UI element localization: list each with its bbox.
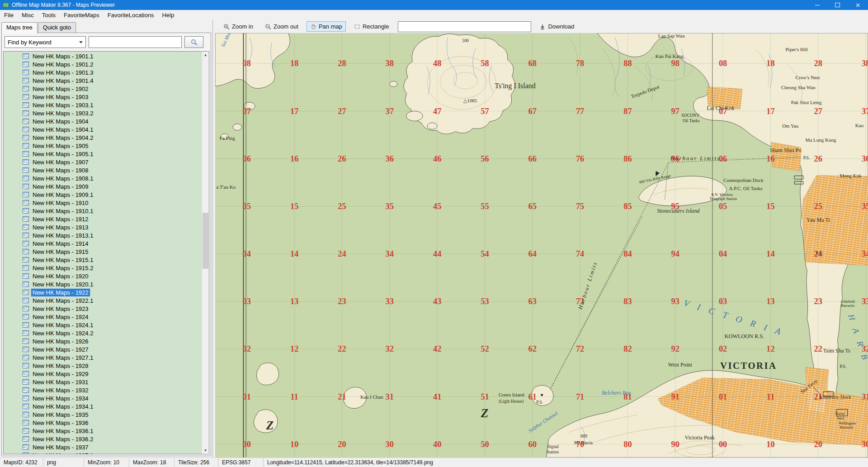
tree-item[interactable]: New HK Maps - 1936.1 [4,427,202,435]
menu-item-favoritelocations[interactable]: FavoriteLocations [104,11,158,19]
tree-item-label: New HK Maps - 1929 [31,370,90,378]
tree-item[interactable]: New HK Maps - 1914 [4,239,202,248]
tree-item-label: New HK Maps - 1937.1 [31,452,94,454]
tree-item[interactable]: New HK Maps - 1903 [4,93,202,101]
tab-quick-goto[interactable]: Quick goto [38,22,76,33]
tree-item[interactable]: New HK Maps - 1936.2 [4,435,202,443]
maximize-button[interactable] [827,0,848,10]
map-layer-icon [23,420,29,425]
tree-item[interactable]: New HK Maps - 1922 [4,288,202,296]
map-layer-icon [23,355,29,360]
svg-text:63: 63 [528,297,537,306]
map-layer-icon [23,233,29,238]
tree-item[interactable]: New HK Maps - 1901.2 [4,60,202,68]
scroll-up-icon[interactable]: ▲ [202,52,209,58]
tree-item[interactable]: New HK Maps - 1937.1 [4,451,202,454]
tree-item[interactable]: New HK Maps - 1924.2 [4,329,202,337]
tree-item[interactable]: New HK Maps - 1910.1 [4,207,202,215]
scroll-down-icon[interactable]: ▼ [202,447,209,454]
tree-item[interactable]: New HK Maps - 1935 [4,410,202,419]
tree-item[interactable]: New HK Maps - 1908 [4,166,202,174]
svg-text:Yau Ma Ti: Yau Ma Ti [807,217,830,223]
tree-item[interactable]: New HK Maps - 1909.1 [4,191,202,199]
tree-item[interactable]: New HK Maps - 1902 [4,85,202,93]
tree-item[interactable]: New HK Maps - 1927 [4,345,202,353]
find-mode-combobox[interactable]: Find by Keyword [5,36,86,48]
tree-item[interactable]: New HK Maps - 1908.1 [4,174,202,182]
zoom-in-button[interactable]: Zoom in [220,21,257,32]
tree-item[interactable]: New HK Maps - 1932 [4,386,202,394]
tree-item[interactable]: New HK Maps - 1920 [4,272,202,280]
combo-dropdown-button[interactable] [76,37,85,48]
tree-item-label: New HK Maps - 1924.1 [31,321,94,329]
tree-item-label: New HK Maps - 1927.1 [31,354,94,362]
tree-item[interactable]: New HK Maps - 1907 [4,158,202,166]
tree-item[interactable]: New HK Maps - 1937 [4,443,202,451]
tree-item[interactable]: New HK Maps - 1915.2 [4,264,202,272]
tree-item[interactable]: New HK Maps - 1927.1 [4,353,202,362]
close-button[interactable]: × [848,0,868,10]
menu-item-tools[interactable]: Tools [38,11,60,19]
goto-coordinates-input[interactable] [398,21,531,32]
tree-item[interactable]: New HK Maps - 1929 [4,370,202,378]
tree-item[interactable]: New HK Maps - 1904 [4,117,202,125]
tree-item[interactable]: New HK Maps - 1936 [4,419,202,427]
tree-item[interactable]: New HK Maps - 1912 [4,215,202,223]
svg-text:08: 08 [719,59,727,68]
svg-text:23: 23 [338,297,346,306]
tree-item[interactable]: New HK Maps - 1920.1 [4,280,202,288]
tree-scrollbar[interactable]: ▲ ▼ [202,52,209,454]
tree-item[interactable]: New HK Maps - 1931 [4,378,202,386]
tree-item[interactable]: New HK Maps - 1909 [4,182,202,191]
menu-item-file[interactable]: File [0,11,18,19]
tree-item[interactable]: New HK Maps - 1924.1 [4,321,202,329]
menu-item-misc[interactable]: Misc [18,11,38,19]
tree-item[interactable]: New HK Maps - 1910 [4,199,202,207]
tree-item[interactable]: New HK Maps - 1923 [4,305,202,313]
tree-item[interactable]: New HK Maps - 1903.1 [4,101,202,109]
tree-item[interactable]: New HK Maps - 1928 [4,362,202,370]
svg-text:34: 34 [386,249,394,258]
pan-map-button[interactable]: Pan map [307,21,346,32]
tree-item[interactable]: New HK Maps - 1915 [4,248,202,256]
svg-text:Stonecutters Island: Stonecutters Island [657,208,700,214]
scrollbar-thumb[interactable] [203,213,208,269]
tree-item[interactable]: New HK Maps - 1901.3 [4,68,202,76]
map-canvas[interactable]: 0818283848586878889808182838071727374757… [215,33,868,457]
tab-maps-tree[interactable]: Maps tree [1,22,38,33]
svg-text:whitfield: whitfield [841,299,855,304]
tree-item[interactable]: New HK Maps - 1904.2 [4,133,202,142]
map-layer-icon [23,110,29,116]
tree-item[interactable]: New HK Maps - 1926 [4,337,202,345]
tree-item[interactable]: New HK Maps - 1905.1 [4,150,202,158]
tree-item[interactable]: New HK Maps - 1904.1 [4,125,202,133]
tree-item[interactable]: New HK Maps - 1922.1 [4,296,202,305]
svg-text:27: 27 [814,107,822,116]
search-button[interactable] [184,36,203,48]
menu-item-favoritemaps[interactable]: FavoriteMaps [60,11,104,19]
tree-item[interactable]: New HK Maps - 1901.4 [4,76,202,85]
download-button[interactable]: Download [536,21,578,32]
zoom-out-button[interactable]: Zoom out [261,21,302,32]
tree-item[interactable]: New HK Maps - 1913.1 [4,231,202,239]
menu-item-help[interactable]: Help [158,11,178,19]
map-viewport[interactable]: 0818283848586878889808182838071727374757… [215,33,868,457]
svg-text:15: 15 [290,202,298,211]
svg-text:71: 71 [576,392,584,401]
svg-text:58: 58 [481,59,489,68]
map-layer-icon [23,347,29,352]
tree-item[interactable]: New HK Maps - 1934 [4,394,202,402]
tree-item-label: New HK Maps - 1914 [31,240,90,248]
search-input[interactable] [89,36,182,48]
rectangle-select-button[interactable]: Rectangle [350,21,393,32]
tree-item[interactable]: New HK Maps - 1924 [4,313,202,321]
tree-item[interactable]: New HK Maps - 1913 [4,223,202,231]
tree-item[interactable]: New HK Maps - 1901.1 [4,52,202,60]
minimize-button[interactable] [807,0,827,10]
svg-text:26: 26 [338,154,346,163]
tree-item[interactable]: New HK Maps - 1903.2 [4,109,202,117]
tree-item[interactable]: New HK Maps - 1905 [4,142,202,150]
tree-item[interactable]: New HK Maps - 1915.1 [4,256,202,264]
tree-item[interactable]: New HK Maps - 1934.1 [4,402,202,410]
svg-text:03: 03 [719,297,727,306]
